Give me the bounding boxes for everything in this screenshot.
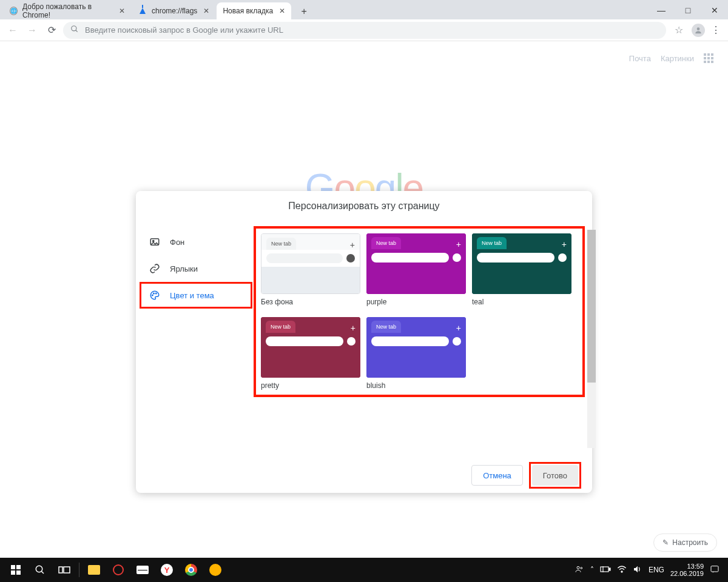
system-tray: ˄ ENG 13:59 22.06.2019 xyxy=(575,563,724,577)
dialog-footer: Отмена Готово xyxy=(136,458,592,493)
svg-rect-22 xyxy=(711,566,718,571)
theme-preview-omnibox xyxy=(477,253,554,263)
svg-point-16 xyxy=(577,566,579,569)
tab-welcome[interactable]: 🌐 Добро пожаловать в Chrome! ✕ xyxy=(4,2,131,19)
sidebar-item-background[interactable]: Фон xyxy=(136,229,249,255)
chrome-menu-button[interactable]: ⋮ xyxy=(709,24,723,36)
taskbar-app-yandex[interactable]: Y xyxy=(155,558,179,582)
windows-taskbar: Y ˄ ENG 13:59 22.06.2019 xyxy=(0,558,728,582)
close-icon[interactable]: ✕ xyxy=(279,7,285,15)
flask-icon xyxy=(138,7,147,15)
minimize-button[interactable]: — xyxy=(648,1,675,19)
new-tab-button[interactable]: + xyxy=(296,4,312,19)
plus-icon: + xyxy=(350,240,355,250)
ntp-top-links: Почта Картинки xyxy=(629,53,713,63)
theme-preview-tab: New tab xyxy=(266,321,295,333)
dialog-sidebar: Фон Ярлыки Цвет и тема xyxy=(136,226,249,458)
sidebar-label: Фон xyxy=(170,238,184,247)
volume-icon[interactable] xyxy=(633,565,642,575)
theme-label: purple xyxy=(366,298,466,306)
svg-rect-9 xyxy=(16,565,21,569)
theme-preview-omnibox xyxy=(266,253,343,263)
svg-point-21 xyxy=(621,571,622,572)
wifi-icon[interactable] xyxy=(617,566,627,575)
theme-label: pretty xyxy=(261,381,360,390)
close-window-button[interactable]: ✕ xyxy=(701,1,728,19)
tray-clock[interactable]: 13:59 22.06.2019 xyxy=(670,563,704,577)
theme-label: bluish xyxy=(366,381,466,390)
theme-preview-omnibox xyxy=(266,336,343,346)
scrollbar-thumb[interactable] xyxy=(587,230,596,383)
avatar-icon xyxy=(347,337,356,346)
tray-date: 22.06.2019 xyxy=(670,570,704,577)
task-view-button[interactable] xyxy=(52,558,76,582)
done-button[interactable]: Готово xyxy=(532,465,578,486)
images-link[interactable]: Картинки xyxy=(661,54,694,63)
taskbar-app-chrome[interactable] xyxy=(179,558,203,582)
theme-option[interactable]: New tab + bluish xyxy=(366,317,466,390)
tab-title: Новая вкладка xyxy=(223,7,273,15)
palette-icon xyxy=(149,290,160,301)
theme-label: Без фона xyxy=(261,298,360,306)
link-icon xyxy=(149,263,160,274)
tray-chevron-icon[interactable]: ˄ xyxy=(590,566,594,574)
plus-icon: + xyxy=(456,239,461,249)
theme-option[interactable]: New tab + Без фона xyxy=(261,233,360,306)
svg-rect-15 xyxy=(64,567,70,573)
language-indicator[interactable]: ENG xyxy=(649,566,664,574)
tab-new[interactable]: Новая вкладка ✕ xyxy=(217,2,291,19)
svg-point-0 xyxy=(72,26,76,31)
sidebar-label: Цвет и тема xyxy=(170,291,214,300)
reload-button[interactable]: ⟳ xyxy=(44,22,59,38)
profile-avatar[interactable] xyxy=(692,24,705,37)
dialog-scrollbar[interactable] xyxy=(587,230,596,448)
back-button[interactable]: ← xyxy=(5,22,21,38)
maximize-button[interactable]: □ xyxy=(675,1,701,19)
sidebar-item-shortcuts[interactable]: Ярлыки xyxy=(136,255,249,282)
taskbar-app-mail[interactable] xyxy=(130,558,155,582)
plus-icon: + xyxy=(351,323,356,333)
close-icon[interactable]: ✕ xyxy=(203,7,209,15)
mail-link[interactable]: Почта xyxy=(629,54,651,63)
theme-option[interactable]: New tab + teal xyxy=(472,233,571,306)
plus-icon: + xyxy=(456,323,461,333)
theme-option[interactable]: New tab + purple xyxy=(366,233,466,306)
omnibox-placeholder: Введите поисковый запрос в Google или ук… xyxy=(85,25,283,35)
theme-preview-omnibox xyxy=(371,253,449,263)
svg-point-4 xyxy=(153,240,154,241)
sidebar-item-color-theme[interactable]: Цвет и тема xyxy=(136,282,249,309)
apps-grid-icon[interactable] xyxy=(704,53,713,63)
theme-option[interactable]: New tab + pretty xyxy=(261,317,360,390)
battery-icon[interactable] xyxy=(600,566,611,575)
customize-dialog: Персонализировать эту страницу Фон Ярлык… xyxy=(136,191,592,493)
taskbar-app-explorer[interactable] xyxy=(82,558,106,582)
svg-point-2 xyxy=(697,27,700,30)
browser-toolbar: ← → ⟳ Введите поисковый запрос в Google … xyxy=(0,19,728,41)
people-icon[interactable] xyxy=(575,564,584,576)
theme-preview-tab: New tab xyxy=(477,237,507,249)
taskbar-app-chrome-canary[interactable] xyxy=(203,558,228,582)
cancel-button[interactable]: Отмена xyxy=(471,465,523,486)
window-controls: — □ ✕ xyxy=(648,1,728,19)
window-titlebar: 🌐 Добро пожаловать в Chrome! ✕ chrome://… xyxy=(0,0,728,19)
notifications-icon[interactable] xyxy=(710,564,720,576)
taskbar-separator xyxy=(79,563,79,577)
omnibox[interactable]: Введите поисковый запрос в Google или ук… xyxy=(63,22,666,39)
svg-line-13 xyxy=(41,571,44,574)
taskbar-app-record[interactable] xyxy=(106,558,130,582)
forward-button[interactable]: → xyxy=(24,22,40,38)
customize-button[interactable]: ✎ Настроить xyxy=(653,534,717,552)
bookmark-star-icon[interactable]: ☆ xyxy=(675,24,683,36)
svg-line-1 xyxy=(76,30,78,32)
start-button[interactable] xyxy=(4,558,28,582)
svg-rect-14 xyxy=(59,567,62,573)
search-button[interactable] xyxy=(28,558,52,582)
tab-flags[interactable]: chrome://flags ✕ xyxy=(132,2,215,19)
tab-title: Добро пожаловать в Chrome! xyxy=(22,2,113,19)
theme-preview-tab: New tab xyxy=(371,237,401,249)
browser-tabs: 🌐 Добро пожаловать в Chrome! ✕ chrome://… xyxy=(0,0,312,19)
theme-preview-tab: New tab xyxy=(266,238,296,250)
avatar-icon xyxy=(453,337,461,346)
close-icon[interactable]: ✕ xyxy=(119,7,125,15)
customize-label: Настроить xyxy=(672,538,708,547)
